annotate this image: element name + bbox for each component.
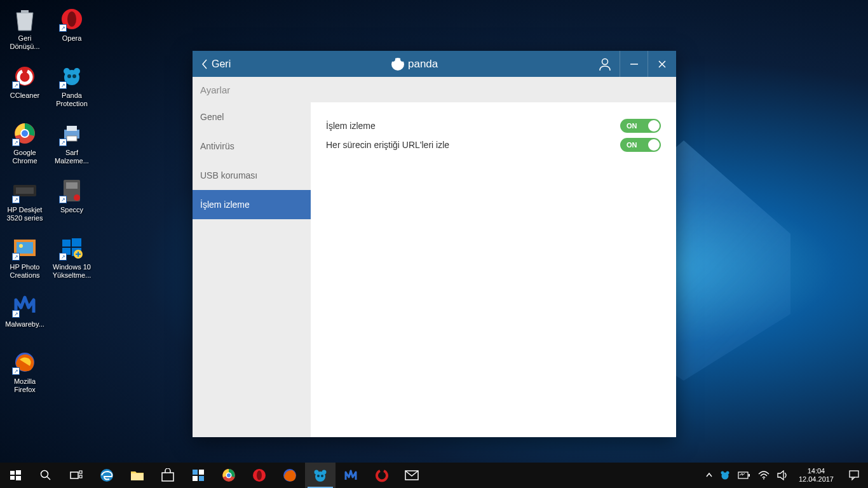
taskbar-explorer[interactable] xyxy=(122,463,153,488)
svg-point-34 xyxy=(41,471,48,478)
svg-rect-20 xyxy=(17,242,33,254)
desktop: Geri Dönüşü... ↗ Opera ↗ CCleaner ↗ Pand… xyxy=(0,0,97,410)
svg-point-55 xyxy=(317,475,320,477)
system-tray: 14:04 12.04.2017 xyxy=(702,463,868,488)
clock[interactable]: 14:04 12.04.2017 xyxy=(792,467,840,484)
taskbar-panda[interactable] xyxy=(305,463,336,488)
taskbar-mail[interactable] xyxy=(397,463,427,488)
desktop-icon-panda[interactable]: ↗ Panda Protection xyxy=(51,62,93,119)
svg-rect-41 xyxy=(162,473,173,481)
minimize-button[interactable] xyxy=(620,51,648,77)
sidebar-item-antivirus[interactable]: Antivirüs xyxy=(193,132,311,161)
svg-rect-42 xyxy=(193,470,198,475)
svg-rect-30 xyxy=(10,471,15,475)
taskbar-firefox[interactable] xyxy=(275,463,305,488)
taskview-button[interactable] xyxy=(61,463,92,488)
tray-battery[interactable] xyxy=(734,463,754,488)
taskbar-chrome[interactable] xyxy=(214,463,244,488)
back-button[interactable]: Geri xyxy=(193,51,240,77)
svg-rect-45 xyxy=(199,476,204,481)
titlebar: Geri panda xyxy=(193,51,676,77)
icon-label: Windows 10 Yükseltme... xyxy=(51,263,93,280)
svg-rect-37 xyxy=(79,471,82,473)
desktop-icon-recycle-bin[interactable]: Geri Dönüşü... xyxy=(4,5,46,62)
panda-tray-icon xyxy=(720,470,730,480)
svg-point-6 xyxy=(67,74,71,78)
action-center-button[interactable] xyxy=(840,463,868,488)
svg-rect-15 xyxy=(16,187,34,194)
svg-point-10 xyxy=(22,130,28,137)
icon-label: HP Photo Creations xyxy=(4,263,46,280)
wifi-icon xyxy=(758,471,770,480)
desktop-icon-speccy[interactable]: ↗ Speccy xyxy=(51,177,93,234)
desktop-icon-opera[interactable]: ↗ Opera xyxy=(51,5,93,62)
desktop-icon-ccleaner[interactable]: ↗ CCleaner xyxy=(4,62,46,119)
toggle-process-monitor[interactable]: ON xyxy=(620,119,661,133)
malwarebytes-icon: ↗ xyxy=(11,291,39,319)
taskbar-store[interactable] xyxy=(153,463,183,488)
tray-volume[interactable] xyxy=(773,463,792,488)
desktop-icon-win10-upgrade[interactable]: ↗ Windows 10 Yükseltme... xyxy=(51,234,93,291)
tray-wifi[interactable] xyxy=(754,463,773,488)
taskbar-edge[interactable] xyxy=(92,463,122,488)
icon-label: Geri Dönüşü... xyxy=(4,34,46,51)
svg-point-53 xyxy=(315,470,319,475)
icon-label: Panda Protection xyxy=(51,92,93,108)
user-button[interactable] xyxy=(590,51,620,77)
svg-line-35 xyxy=(47,477,50,480)
edge-icon xyxy=(99,468,114,483)
close-button[interactable] xyxy=(648,51,676,77)
chevron-up-icon xyxy=(706,472,712,478)
desktop-icon-hp-deskjet[interactable]: ↗ HP Deskjet 3520 series xyxy=(4,177,46,234)
desktop-icon-malwarebytes[interactable]: ↗ Malwareby... xyxy=(4,291,46,348)
sidebar-item-islem-izleme[interactable]: İşlem izleme xyxy=(193,190,311,219)
setting-row-process-monitor: İşlem izleme ON xyxy=(326,116,661,135)
svg-rect-62 xyxy=(749,474,750,477)
svg-rect-31 xyxy=(16,470,21,475)
ccleaner-icon xyxy=(374,468,388,482)
sidebar-item-usb[interactable]: USB koruması xyxy=(193,161,311,190)
taskbar-opera[interactable] xyxy=(244,463,275,488)
svg-rect-23 xyxy=(72,238,81,247)
svg-rect-33 xyxy=(16,476,21,480)
windows-icon xyxy=(10,470,21,481)
photo-icon: ↗ xyxy=(11,234,39,262)
search-button[interactable] xyxy=(31,463,61,488)
tray-overflow[interactable] xyxy=(702,463,716,488)
svg-rect-40 xyxy=(131,473,144,480)
speccy-icon: ↗ xyxy=(58,177,86,205)
svg-rect-12 xyxy=(67,126,77,131)
taskbar-security[interactable] xyxy=(183,463,214,488)
setting-label: İşlem izleme xyxy=(326,121,376,131)
windows-icon: ↗ xyxy=(58,234,86,262)
desktop-icon-chrome[interactable]: ↗ Google Chrome xyxy=(4,119,46,177)
svg-rect-22 xyxy=(62,240,71,247)
svg-rect-43 xyxy=(199,470,204,475)
clock-date: 12.04.2017 xyxy=(799,475,834,484)
toggle-state: ON xyxy=(627,141,637,149)
chrome-icon xyxy=(222,468,236,482)
malwarebytes-icon xyxy=(344,468,358,482)
desktop-icon-hp-photo[interactable]: ↗ HP Photo Creations xyxy=(4,234,46,291)
toggle-url-monitor[interactable]: ON xyxy=(620,138,661,152)
settings-sidebar: Genel Antivirüs USB koruması İşlem izlem… xyxy=(193,102,311,437)
start-button[interactable] xyxy=(0,463,31,488)
user-icon xyxy=(599,57,611,71)
sidebar-item-genel[interactable]: Genel xyxy=(193,102,311,132)
firefox-icon: ↗ xyxy=(11,348,39,376)
toggle-state: ON xyxy=(627,122,637,130)
taskbar-ccleaner[interactable] xyxy=(366,463,397,488)
taskbar-malwarebytes[interactable] xyxy=(336,463,366,488)
svg-point-1 xyxy=(67,11,76,27)
svg-point-50 xyxy=(257,471,262,480)
desktop-icon-firefox[interactable]: ↗ Mozilla Firefox xyxy=(4,348,46,405)
tray-panda[interactable] xyxy=(716,463,734,488)
svg-rect-32 xyxy=(10,476,15,480)
icon-label: CCleaner xyxy=(10,92,39,100)
taskview-icon xyxy=(70,470,83,480)
sidebar-label: Genel xyxy=(200,112,224,122)
back-label: Geri xyxy=(212,58,231,70)
desktop-icon-sarf[interactable]: ↗ Sarf Malzeme... xyxy=(51,119,93,177)
shield-icon xyxy=(191,468,205,482)
subheader: Ayarlar xyxy=(193,77,676,102)
